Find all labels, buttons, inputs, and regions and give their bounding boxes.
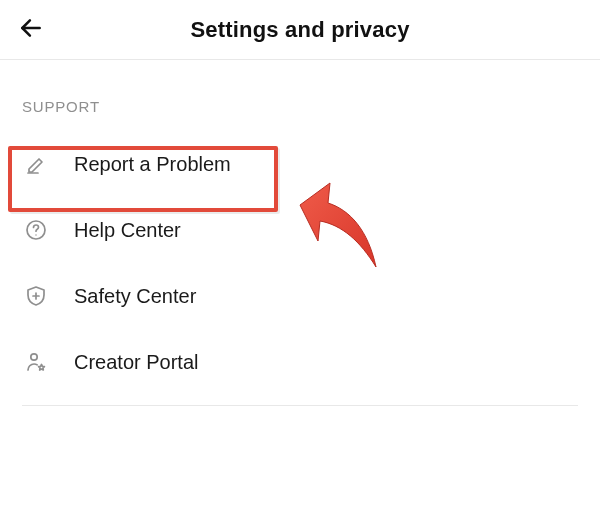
svg-point-2 bbox=[31, 354, 37, 360]
svg-point-1 bbox=[35, 234, 36, 235]
menu-item-label: Report a Problem bbox=[74, 153, 231, 176]
arrow-left-icon bbox=[18, 15, 44, 45]
back-button[interactable] bbox=[18, 0, 44, 59]
support-section: SUPPORT Report a Problem Help Center bbox=[0, 60, 600, 395]
menu-item-label: Help Center bbox=[74, 219, 181, 242]
person-star-icon bbox=[22, 350, 50, 374]
shield-plus-icon bbox=[22, 284, 50, 308]
settings-page: Settings and privacy SUPPORT Report a Pr… bbox=[0, 0, 600, 406]
menu-item-label: Creator Portal bbox=[74, 351, 199, 374]
question-circle-icon bbox=[22, 218, 50, 242]
section-heading-support: SUPPORT bbox=[22, 98, 578, 115]
page-title: Settings and privacy bbox=[190, 17, 409, 43]
menu-item-report-problem[interactable]: Report a Problem bbox=[22, 131, 578, 197]
divider bbox=[22, 405, 578, 406]
header-bar: Settings and privacy bbox=[0, 0, 600, 60]
menu-item-creator-portal[interactable]: Creator Portal bbox=[22, 329, 578, 395]
menu-item-safety-center[interactable]: Safety Center bbox=[22, 263, 578, 329]
menu-item-help-center[interactable]: Help Center bbox=[22, 197, 578, 263]
menu-item-label: Safety Center bbox=[74, 285, 196, 308]
pencil-icon bbox=[22, 152, 50, 176]
